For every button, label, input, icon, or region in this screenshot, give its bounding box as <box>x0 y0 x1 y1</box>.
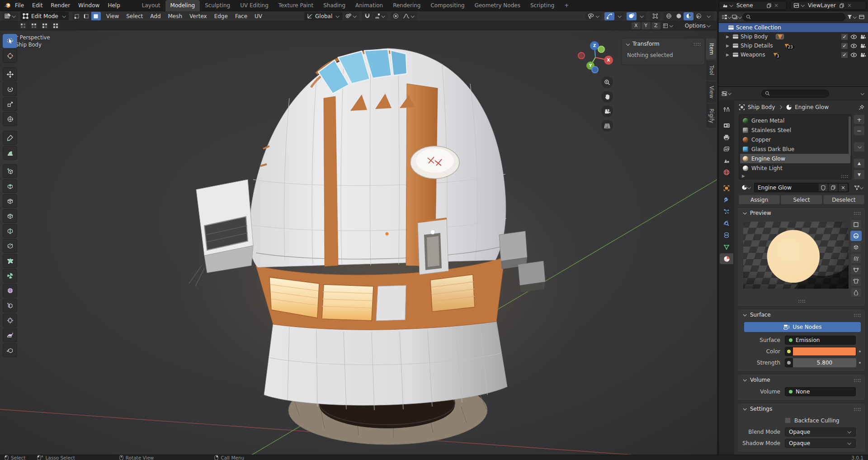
gizmos-toggle[interactable] <box>604 12 614 20</box>
workspace-tab-rendering[interactable]: Rendering <box>388 0 425 11</box>
snap-toggle[interactable] <box>362 12 372 20</box>
tool-edge-slide[interactable] <box>3 299 17 313</box>
workspace-tab-sculpting[interactable]: Sculpting <box>200 0 235 11</box>
pan-hand-button[interactable] <box>601 91 613 103</box>
preview-sphere-button[interactable] <box>850 231 862 241</box>
camera-view-button[interactable] <box>601 105 613 117</box>
shading-material-preview-button[interactable] <box>684 12 693 20</box>
menu-file[interactable]: File <box>11 0 28 11</box>
overlays-dropdown[interactable] <box>637 12 646 20</box>
menu-mesh[interactable]: Mesh <box>165 13 186 19</box>
edge-select-button[interactable] <box>82 12 91 20</box>
npanel-tab-view[interactable]: View <box>706 81 716 103</box>
tool-rip-region[interactable] <box>3 343 17 357</box>
copy-icon[interactable] <box>765 2 773 9</box>
surface-panel-header[interactable]: Surface <box>738 309 865 320</box>
material-row-copper[interactable]: Copper <box>739 135 851 144</box>
outliner-row-scene-collection[interactable]: Scene Collection <box>719 23 868 32</box>
workspace-tab-animation[interactable]: Animation <box>350 0 388 11</box>
transform-orientation-dropdown[interactable]: Global <box>304 12 343 20</box>
material-row-white-light[interactable]: White Light <box>739 163 851 173</box>
tool-tweak-select[interactable] <box>3 34 17 48</box>
mesh-data-badge-active[interactable]: ▼ <box>776 34 784 39</box>
copy-icon[interactable] <box>839 2 846 9</box>
unlink-material-button[interactable]: × <box>839 184 848 191</box>
tab-view-layer[interactable] <box>720 143 733 154</box>
workspace-tab-layout[interactable]: Layout <box>137 0 165 11</box>
browse-material-button[interactable] <box>739 184 752 191</box>
properties-search[interactable] <box>761 90 829 98</box>
tab-constraints[interactable] <box>720 230 733 241</box>
color-socket-button[interactable] <box>785 347 793 356</box>
menu-add[interactable]: Add <box>146 13 164 19</box>
select-preset-2[interactable] <box>29 22 39 30</box>
hide-eye-icon[interactable] <box>850 52 857 57</box>
menu-uv[interactable]: UV <box>251 13 266 19</box>
material-row-glass-dark-blue[interactable]: Glass Dark Blue <box>739 144 851 154</box>
viewport-3d[interactable]: User Perspective (1) Ship Body Z X Y Tra… <box>0 30 717 455</box>
mode-dropdown[interactable]: Edit Mode <box>20 12 69 20</box>
transform-panel-header[interactable]: Transform <box>622 38 705 49</box>
panel-grip[interactable] <box>693 43 701 46</box>
hide-eye-icon[interactable] <box>850 43 857 48</box>
tool-move[interactable] <box>3 67 17 81</box>
tool-presets-dropdown[interactable] <box>661 22 675 30</box>
menu-vertex[interactable]: Vertex <box>186 13 211 19</box>
animate-dot[interactable] <box>859 351 861 352</box>
shading-solid-button[interactable] <box>674 12 684 20</box>
options-dropdown[interactable]: Options <box>683 22 713 30</box>
viewlayer-name[interactable]: ViewLayer <box>805 2 839 9</box>
menu-edge[interactable]: Edge <box>211 13 231 19</box>
tool-spin[interactable] <box>3 269 17 283</box>
preview-cube-button[interactable] <box>850 242 862 252</box>
settings-panel-header[interactable]: Settings <box>738 403 865 414</box>
panel-grip[interactable] <box>854 408 861 411</box>
material-row-green-metal[interactable]: Green Metal <box>739 116 851 125</box>
move-slot-up-button[interactable]: ▲ <box>854 158 865 168</box>
exclude-checkbox[interactable]: ✓ <box>841 34 848 40</box>
workspace-tab-uv-editing[interactable]: UV Editing <box>235 0 274 11</box>
outliner-display-mode-button[interactable] <box>732 13 741 21</box>
material-row-engine-glow[interactable]: Engine Glow <box>740 154 850 163</box>
tool-extrude-region[interactable] <box>3 179 17 193</box>
node-tree-dropdown[interactable] <box>851 184 865 191</box>
menu-face[interactable]: Face <box>231 13 251 19</box>
npanel-tab-item[interactable]: Item <box>706 38 716 59</box>
zoom-button[interactable] <box>601 76 613 88</box>
preview-resize-grip[interactable] <box>798 299 806 303</box>
tool-add-cube[interactable] <box>3 164 17 178</box>
move-slot-down-button[interactable]: ▼ <box>854 170 865 180</box>
tool-knife[interactable] <box>3 239 17 253</box>
list-expand-arrow[interactable]: ▶ <box>742 174 745 178</box>
npanel-tab-tool[interactable]: Tool <box>706 61 716 80</box>
workspace-tab-modeling[interactable]: Modeling <box>165 0 200 11</box>
outliner-row-ship-body[interactable]: ▶ Ship Body ▼ ✓ <box>719 32 868 41</box>
volume-panel-header[interactable]: Volume <box>738 375 865 385</box>
select-preset-3[interactable] <box>40 22 50 30</box>
expand-arrow-icon[interactable]: ▶ <box>726 52 731 57</box>
material-specials-dropdown[interactable] <box>854 142 865 152</box>
tool-bevel[interactable] <box>3 209 17 223</box>
blender-logo-icon[interactable] <box>4 2 11 9</box>
remove-icon[interactable]: × <box>846 2 853 9</box>
breadcrumb-material[interactable]: Engine Glow <box>795 104 829 110</box>
tab-material[interactable] <box>720 253 733 264</box>
volume-shader-button[interactable]: None <box>785 387 856 396</box>
tab-object-data[interactable] <box>720 242 733 252</box>
tool-transform[interactable] <box>3 112 17 126</box>
blend-mode-dropdown[interactable]: Opaque <box>785 427 856 436</box>
properties-options-dropdown[interactable] <box>860 91 864 95</box>
tab-scene[interactable] <box>720 155 733 166</box>
gizmo-y-neg-axis[interactable] <box>598 46 605 53</box>
mirror-x-toggle[interactable]: X <box>632 22 641 29</box>
snap-settings-dropdown[interactable] <box>373 12 387 20</box>
scene-selector[interactable]: Scene × <box>719 1 787 10</box>
new-collection-button[interactable] <box>857 13 866 21</box>
tab-physics[interactable] <box>720 218 733 229</box>
add-workspace-button[interactable]: + <box>559 0 574 11</box>
panel-grip[interactable] <box>854 313 861 317</box>
outliner-search[interactable] <box>742 13 845 21</box>
tool-poly-build[interactable] <box>3 254 17 268</box>
material-row-stainless-steel[interactable]: Stainless Steel <box>739 125 851 135</box>
mirror-z-toggle[interactable]: Z <box>651 22 660 29</box>
